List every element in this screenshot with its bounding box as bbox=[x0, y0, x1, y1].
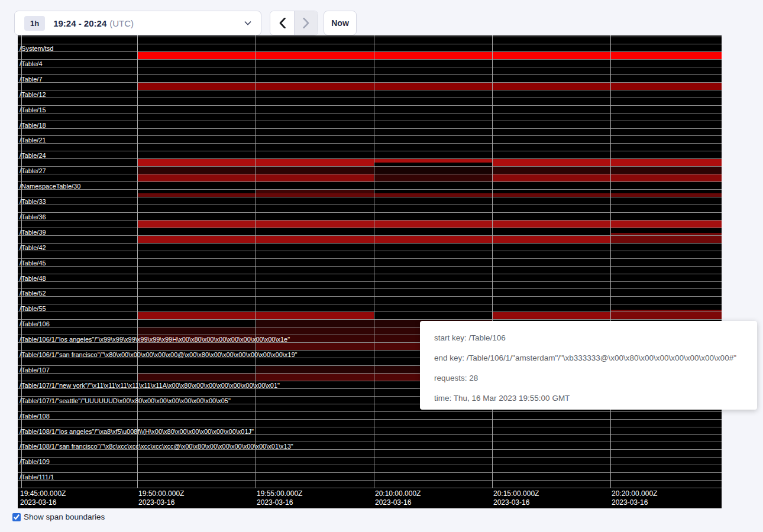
time-range-select[interactable]: 1h 19:24 - 20:24 (UTC) bbox=[14, 11, 261, 35]
time-column-line bbox=[492, 35, 493, 488]
show-span-boundaries-label: Show span boundaries bbox=[24, 512, 105, 521]
span-boundary-line bbox=[18, 121, 722, 121]
chevron-right-icon bbox=[303, 18, 309, 28]
time-nav-group bbox=[270, 11, 318, 35]
heat-band bbox=[492, 167, 722, 174]
span-boundary-line bbox=[18, 37, 722, 37]
time-column-line bbox=[256, 35, 256, 488]
prev-interval-button[interactable] bbox=[270, 11, 294, 35]
span-boundary-line bbox=[18, 189, 722, 190]
span-boundary-line bbox=[18, 296, 722, 297]
row-label: /Table/107/1/"seattle"/"UUUUUUD\x00\x80\… bbox=[20, 397, 231, 404]
span-boundary-line bbox=[18, 51, 722, 52]
span-boundary-line bbox=[18, 411, 722, 412]
range-text: 19:24 - 20:24 bbox=[53, 18, 106, 28]
span-boundary-line bbox=[18, 235, 722, 236]
span-boundary-line bbox=[18, 480, 722, 481]
span-boundary-line bbox=[18, 319, 722, 320]
time-column-line bbox=[137, 35, 138, 488]
span-boundary-line bbox=[18, 251, 722, 251]
row-label: /Table/106/1/"san francisco"/"\x80\x00\x… bbox=[20, 351, 298, 358]
heat-band bbox=[492, 159, 722, 166]
time-column-line bbox=[610, 35, 611, 488]
range-timezone: (UTC) bbox=[109, 18, 134, 28]
row-label: /System/tsd bbox=[20, 45, 53, 52]
show-span-boundaries-checkbox[interactable] bbox=[12, 513, 21, 521]
row-label: /Table/107 bbox=[20, 366, 50, 374]
span-boundary-line bbox=[18, 166, 722, 167]
chevron-down-icon bbox=[244, 21, 251, 25]
span-boundary-line bbox=[18, 135, 722, 136]
tooltip-line: time: Thu, 16 Mar 2023 19:55:00 GMT bbox=[434, 388, 757, 408]
heat-band bbox=[492, 174, 722, 181]
span-boundary-line bbox=[18, 158, 722, 159]
span-boundary-line bbox=[18, 143, 722, 144]
heat-band bbox=[137, 220, 722, 228]
row-label: /Table/7 bbox=[20, 76, 43, 83]
tooltip-line: start key: /Table/106 bbox=[434, 328, 757, 348]
span-boundary-line bbox=[18, 151, 722, 151]
heat-band bbox=[137, 343, 256, 350]
row-label: /Table/48 bbox=[20, 275, 46, 282]
span-boundary-line bbox=[18, 442, 722, 442]
span-boundary-line bbox=[18, 90, 722, 90]
axis-tick: 19:50:00.000Z2023-03-16 bbox=[138, 489, 184, 507]
row-label: /Table/109 bbox=[20, 458, 50, 465]
span-boundary-line bbox=[18, 488, 722, 488]
tooltip-line: end key: /Table/106/1/"amsterdam"/"\xb33… bbox=[434, 348, 757, 368]
span-boundary-line bbox=[18, 274, 722, 274]
row-label: /Table/108/1/"los angeles"/"\xa8\xf5\u00… bbox=[20, 428, 254, 435]
row-label: /Table/12 bbox=[20, 91, 46, 98]
span-boundary-line bbox=[18, 465, 722, 465]
span-boundary-line bbox=[18, 205, 722, 205]
range-duration-badge: 1h bbox=[24, 16, 45, 31]
span-boundary-line bbox=[18, 288, 722, 289]
tooltip-line: requests: 28 bbox=[434, 368, 757, 388]
row-label: /Table/4 bbox=[20, 60, 43, 67]
span-boundary-line bbox=[18, 105, 722, 106]
span-boundary-line bbox=[18, 44, 722, 44]
axis-tick: 20:15:00.000Z2023-03-16 bbox=[493, 489, 539, 507]
heat-band bbox=[610, 233, 722, 243]
row-label: /Table/55 bbox=[20, 305, 46, 312]
heat-band bbox=[137, 52, 722, 59]
span-boundary-line bbox=[18, 174, 722, 174]
span-boundary-line bbox=[18, 197, 722, 197]
row-label: /Table/33 bbox=[20, 198, 46, 205]
span-boundary-line bbox=[18, 243, 722, 244]
span-boundary-line bbox=[18, 67, 722, 67]
span-boundary-line bbox=[18, 220, 722, 220]
axis-tick: 19:55:00.000Z2023-03-16 bbox=[257, 489, 302, 507]
row-label: /Table/107/1/"new york"/"\x11\x11\x11\x1… bbox=[20, 382, 280, 389]
span-boundary-line bbox=[18, 304, 722, 304]
span-boundary-line bbox=[18, 212, 722, 213]
span-boundary-line bbox=[18, 281, 722, 282]
span-boundary-line bbox=[18, 457, 722, 458]
span-boundary-line bbox=[18, 181, 722, 182]
span-tooltip: start key: /Table/106end key: /Table/106… bbox=[420, 321, 757, 410]
row-label: /Table/39 bbox=[20, 229, 46, 236]
axis-tick: 20:10:00.000Z2023-03-16 bbox=[375, 489, 421, 507]
span-boundary-line bbox=[18, 258, 722, 259]
span-boundary-line bbox=[18, 128, 722, 129]
span-boundary-line bbox=[18, 74, 722, 75]
heat-band bbox=[374, 174, 492, 181]
span-boundary-line bbox=[18, 59, 722, 60]
span-boundary-line bbox=[18, 472, 722, 473]
row-label: /Table/111/1 bbox=[20, 473, 54, 481]
next-interval-button[interactable] bbox=[294, 11, 318, 35]
time-column-line bbox=[374, 35, 374, 488]
row-label: /Table/108 bbox=[20, 413, 50, 420]
row-label: /Table/106/1/"los angeles"/"\x99\x99\x99… bbox=[20, 336, 290, 343]
chevron-left-icon bbox=[279, 18, 286, 28]
heat-band bbox=[374, 159, 492, 163]
row-label: /Table/21 bbox=[20, 137, 46, 144]
now-button[interactable]: Now bbox=[324, 11, 357, 35]
key-visualizer-canvas[interactable]: /System/tsd/Table/4/Table/7/Table/12/Tab… bbox=[18, 35, 722, 508]
span-boundary-line bbox=[18, 427, 722, 427]
span-boundary-line bbox=[18, 228, 722, 228]
row-label: /Table/36 bbox=[20, 213, 46, 220]
axis-tick: 19:45:00.000Z2023-03-16 bbox=[20, 489, 66, 507]
span-boundary-line bbox=[18, 98, 722, 98]
row-label: /Table/45 bbox=[20, 259, 46, 267]
